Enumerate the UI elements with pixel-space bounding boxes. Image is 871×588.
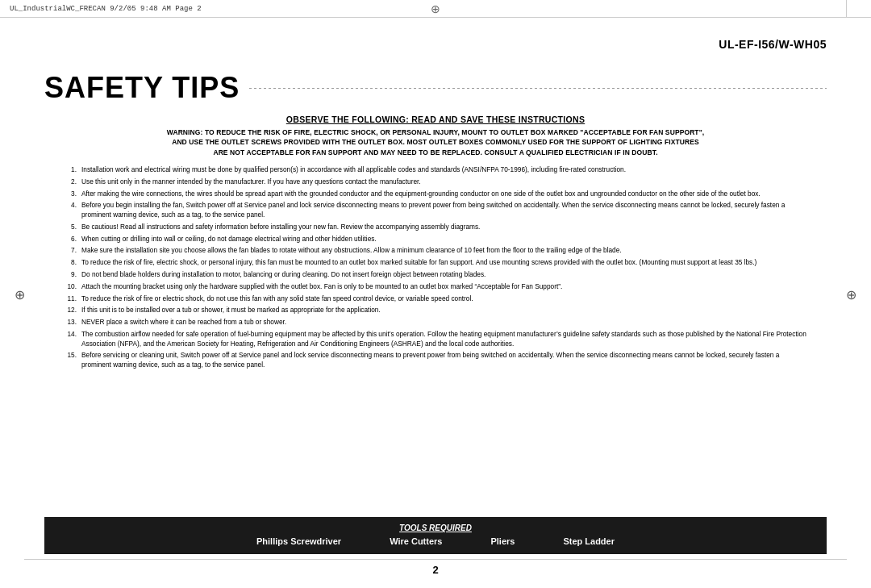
- list-number: 10.: [60, 282, 77, 292]
- list-item: 13.NEVER place a switch where it can be …: [60, 318, 811, 327]
- list-item: 9.Do not bend blade holders during insta…: [60, 270, 811, 280]
- right-border-top: [846, 0, 847, 18]
- top-bar: UL_IndustrialWC_FRECAN 9/2/05 9:48 AM Pa…: [0, 0, 871, 18]
- tool-item: Phillips Screwdriver: [256, 536, 341, 546]
- warning-line1: WARNING: TO REDUCE THE RISK OF FIRE, ELE…: [167, 128, 705, 136]
- list-item: 10.Attach the mounting bracket using onl…: [60, 282, 811, 292]
- list-number: 12.: [60, 306, 77, 315]
- list-number: 7.: [60, 246, 77, 256]
- list-number: 6.: [60, 235, 77, 244]
- list-number: 14.: [60, 330, 77, 349]
- list-text: If this unit is to be installed over a t…: [81, 306, 811, 315]
- list-text: Attach the mounting bracket using only t…: [81, 282, 811, 292]
- safety-list: 1.Installation work and electrical wirin…: [60, 165, 811, 370]
- list-text: Installation work and electrical wiring …: [81, 165, 811, 175]
- list-item: 1.Installation work and electrical wirin…: [60, 165, 811, 175]
- list-number: 1.: [60, 165, 77, 175]
- list-number: 11.: [60, 294, 77, 304]
- list-item: 12.If this unit is to be installed over …: [60, 306, 811, 315]
- warning-line3: ARE NOT ACCEPTABLE FOR FAN SUPPORT AND M…: [213, 148, 657, 156]
- list-text: NEVER place a switch where it can be rea…: [81, 318, 811, 327]
- tool-item: Wire Cutters: [390, 536, 442, 546]
- list-text: Do not bend blade holders during install…: [81, 270, 811, 280]
- safety-tips-heading: SAFETY TIPS: [44, 71, 827, 105]
- list-number: 13.: [60, 318, 77, 327]
- warning-text: WARNING: TO REDUCE THE RISK OF FIRE, ELE…: [77, 127, 794, 157]
- list-number: 5.: [60, 223, 77, 232]
- observe-title: OBSERVE THE FOLLOWING: READ AND SAVE THE…: [77, 115, 794, 124]
- warning-line2: AND USE THE OUTLET SCREWS PROVIDED WITH …: [172, 138, 699, 146]
- list-text: Before servicing or cleaning unit, Switc…: [81, 351, 811, 370]
- list-number: 8.: [60, 258, 77, 268]
- list-item: 11.To reduce the risk of fire or electri…: [60, 294, 811, 304]
- list-item: 8.To reduce the risk of fire, electric s…: [60, 258, 811, 268]
- list-item: 15.Before servicing or cleaning unit, Sw…: [60, 351, 811, 370]
- list-item: 2.Use this unit only in the manner inten…: [60, 177, 811, 187]
- list-number: 9.: [60, 270, 77, 280]
- heading-line: [249, 88, 827, 89]
- list-text: To reduce the risk of fire, electric sho…: [81, 258, 811, 268]
- list-item: 5.Be cautious! Read all instructions and…: [60, 223, 811, 232]
- list-number: 3.: [60, 190, 77, 199]
- page-number: 2: [432, 564, 438, 576]
- main-content: UL-EF-I56/W-WH05 SAFETY TIPS OBSERVE THE…: [0, 18, 871, 390]
- list-item: 3.After making the wire connections, the…: [60, 190, 811, 199]
- topbar-text: UL_IndustrialWC_FRECAN 9/2/05 9:48 AM Pa…: [10, 5, 202, 13]
- safety-tips-title: SAFETY TIPS: [44, 71, 240, 105]
- model-number: UL-EF-I56/W-WH05: [719, 38, 827, 51]
- list-text: Make sure the installation site you choo…: [81, 246, 811, 256]
- list-number: 2.: [60, 177, 77, 187]
- list-item: 4.Before you begin installing the fan, S…: [60, 201, 811, 220]
- list-text: After making the wire connections, the w…: [81, 190, 811, 199]
- tools-title: TOOLS REQUIRED: [60, 523, 811, 532]
- list-number: 4.: [60, 201, 77, 220]
- list-number: 15.: [60, 351, 77, 370]
- tools-section: TOOLS REQUIRED Phillips ScrewdriverWire …: [44, 517, 827, 554]
- bottom-border: [24, 559, 847, 560]
- list-text: The combustion airflow needed for safe o…: [81, 330, 811, 349]
- topbar-crosshair: ⊕: [431, 2, 440, 15]
- tools-list: Phillips ScrewdriverWire CuttersPliersSt…: [60, 536, 811, 546]
- list-item: 7.Make sure the installation site you ch…: [60, 246, 811, 256]
- tool-item: Step Ladder: [563, 536, 615, 546]
- list-item: 14.The combustion airflow needed for saf…: [60, 330, 811, 349]
- list-text: Use this unit only in the manner intende…: [81, 177, 811, 187]
- list-item: 6.When cutting or drilling into wall or …: [60, 235, 811, 244]
- list-text: Be cautious! Read all instructions and s…: [81, 223, 811, 232]
- list-text: Before you begin installing the fan, Swi…: [81, 201, 811, 220]
- warning-section: OBSERVE THE FOLLOWING: READ AND SAVE THE…: [77, 115, 794, 157]
- tool-item: Pliers: [490, 536, 515, 546]
- page-container: UL_IndustrialWC_FRECAN 9/2/05 9:48 AM Pa…: [0, 0, 871, 588]
- list-text: When cutting or drilling into wall or ce…: [81, 235, 811, 244]
- list-text: To reduce the risk of fire or electric s…: [81, 294, 811, 304]
